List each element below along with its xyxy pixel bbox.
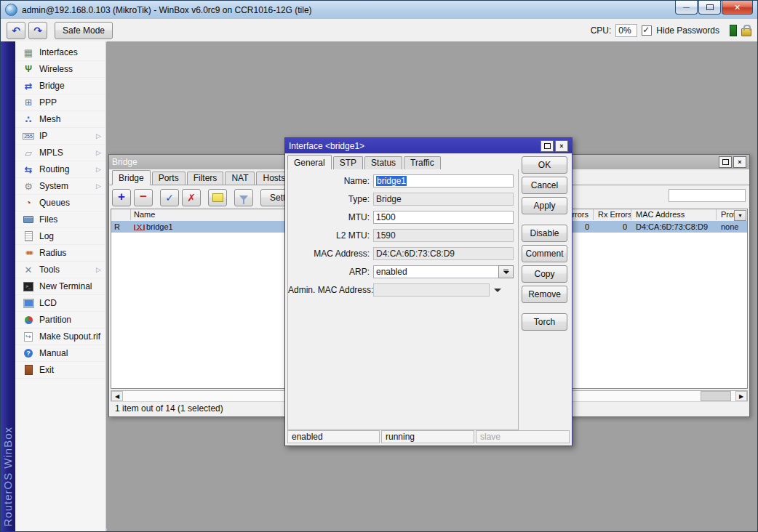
torch-button[interactable]: Torch bbox=[522, 313, 567, 331]
sidebar-item-interfaces[interactable]: Interfaces bbox=[15, 44, 105, 61]
hide-passwords-label: Hide Passwords bbox=[656, 25, 719, 36]
scroll-right-icon[interactable]: ▶ bbox=[735, 391, 747, 401]
sidebar-item-make-supout[interactable]: Make Supout.rif bbox=[15, 329, 105, 345]
tab-ports[interactable]: Ports bbox=[152, 172, 185, 185]
column-header-name[interactable]: Name∕ bbox=[131, 209, 293, 220]
comment-button[interactable]: Comment bbox=[522, 245, 567, 262]
routing-icon bbox=[23, 164, 34, 175]
interface-dialog: Interface <bridge1> × General STP Status… bbox=[284, 137, 573, 446]
filter-button[interactable] bbox=[234, 189, 253, 206]
tab-stp[interactable]: STP bbox=[333, 156, 363, 169]
sidebar-item-files[interactable]: Files bbox=[15, 211, 105, 228]
dialog-titlebar[interactable]: Interface <bridge1> × bbox=[285, 138, 572, 153]
row-flags: R bbox=[111, 221, 131, 233]
sidebar-item-exit[interactable]: Exit bbox=[15, 362, 105, 379]
disable-button[interactable]: Disable bbox=[522, 225, 567, 242]
window-title: admin@192.168.0.103 (MikroTik) - WinBox … bbox=[22, 5, 312, 15]
mac-address-label: MAC Address: bbox=[288, 249, 370, 259]
l2mtu-label: L2 MTU: bbox=[288, 230, 370, 241]
l2mtu-value: 1590 bbox=[373, 229, 514, 242]
sidebar-item-tools[interactable]: Tools▷ bbox=[15, 262, 105, 278]
row-rx-errors: 0 bbox=[595, 221, 631, 233]
type-value: Bridge bbox=[373, 193, 514, 206]
dialog-tabs: General STP Status Traffic bbox=[287, 155, 519, 170]
tab-status[interactable]: Status bbox=[364, 156, 402, 169]
cpu-value: 0% bbox=[615, 24, 637, 37]
remove-button[interactable]: Remove bbox=[522, 286, 567, 303]
type-label: Type: bbox=[288, 194, 370, 204]
dialog-maximize-button[interactable] bbox=[540, 140, 554, 152]
main-titlebar[interactable]: admin@192.168.0.103 (MikroTik) - WinBox … bbox=[1, 1, 757, 19]
sidebar-item-lcd[interactable]: LCD bbox=[15, 295, 105, 312]
copy-button[interactable]: Copy bbox=[522, 265, 567, 283]
sidebar-item-queues[interactable]: Queues bbox=[15, 195, 105, 211]
bridge-maximize-button[interactable] bbox=[719, 156, 732, 168]
submenu-arrow-icon: ▷ bbox=[96, 266, 101, 273]
minimize-button[interactable]: — bbox=[675, 1, 698, 15]
close-button[interactable]: ✕ bbox=[722, 1, 753, 15]
hide-passwords-checkbox[interactable] bbox=[642, 25, 652, 36]
sidebar-item-bridge[interactable]: Bridge bbox=[15, 78, 105, 94]
status-enabled: enabled bbox=[287, 430, 380, 443]
sidebar-item-mesh[interactable]: Mesh bbox=[15, 111, 105, 128]
admin-mac-input[interactable] bbox=[373, 283, 490, 297]
dropdown-button[interactable] bbox=[498, 265, 514, 278]
sidebar-item-partition[interactable]: Partition bbox=[15, 312, 105, 329]
sidebar-item-new-terminal[interactable]: New Terminal bbox=[15, 278, 105, 295]
ok-button[interactable]: OK bbox=[522, 156, 567, 174]
dialog-close-button[interactable]: × bbox=[555, 140, 568, 152]
tab-bridge[interactable]: Bridge bbox=[112, 170, 151, 185]
winbox-main-window: admin@192.168.0.103 (MikroTik) - WinBox … bbox=[0, 0, 758, 532]
scrollbar-thumb[interactable] bbox=[701, 391, 731, 401]
apply-button[interactable]: Apply bbox=[522, 197, 567, 214]
dialog-buttons: OK Cancel Apply Disable Comment Copy Rem… bbox=[522, 156, 567, 334]
note-icon bbox=[212, 193, 223, 202]
column-header-rx-errors[interactable]: Rx Errors bbox=[595, 209, 631, 220]
status-running: running bbox=[381, 430, 474, 443]
sidebar-item-radius[interactable]: Radius bbox=[15, 245, 105, 262]
sidebar-item-ip[interactable]: IP▷ bbox=[15, 128, 105, 145]
maximize-button[interactable] bbox=[698, 1, 721, 15]
admin-mac-label: Admin. MAC Address: bbox=[288, 285, 370, 295]
sidebar-item-routing[interactable]: Routing▷ bbox=[15, 161, 105, 178]
enable-button[interactable]: ✓ bbox=[160, 189, 179, 206]
maximize-icon bbox=[722, 159, 729, 165]
undo-button[interactable]: ↶ bbox=[7, 22, 25, 39]
redo-button[interactable]: ↷ bbox=[28, 22, 47, 39]
main-toolbar: ↶ ↷ Safe Mode CPU: 0% Hide Passwords bbox=[1, 19, 757, 42]
cancel-button[interactable]: Cancel bbox=[522, 177, 567, 194]
sidebar-item-log[interactable]: Log bbox=[15, 228, 105, 245]
system-icon bbox=[23, 181, 34, 192]
chevron-down-icon[interactable] bbox=[494, 289, 501, 292]
bridge-interface-icon bbox=[134, 225, 145, 230]
ppp-icon bbox=[23, 97, 34, 108]
winbox-logo-icon bbox=[5, 4, 17, 16]
sidebar-item-wireless[interactable]: Wireless bbox=[15, 61, 105, 78]
tab-nat[interactable]: NAT bbox=[225, 172, 255, 185]
remove-item-button[interactable]: − bbox=[134, 189, 153, 206]
mtu-input[interactable]: 1500 bbox=[373, 211, 514, 224]
scroll-left-icon[interactable]: ◀ bbox=[111, 391, 123, 401]
arp-label: ARP: bbox=[288, 267, 370, 277]
tab-traffic[interactable]: Traffic bbox=[404, 156, 441, 169]
sidebar-item-mpls[interactable]: MPLS▷ bbox=[15, 145, 105, 161]
add-button[interactable]: + bbox=[112, 189, 131, 206]
name-input[interactable]: bridge1 bbox=[373, 174, 514, 188]
bridge-close-button[interactable]: × bbox=[733, 156, 746, 168]
find-input[interactable] bbox=[669, 189, 746, 202]
disable-item-button[interactable]: ✗ bbox=[182, 189, 201, 206]
cpu-label: CPU: bbox=[591, 25, 612, 36]
safe-mode-button[interactable]: Safe Mode bbox=[55, 22, 113, 39]
mesh-icon bbox=[23, 114, 34, 125]
comment-item-button[interactable] bbox=[208, 189, 227, 206]
sidebar-item-manual[interactable]: Manual bbox=[15, 345, 105, 362]
tab-filters[interactable]: Filters bbox=[187, 172, 224, 185]
sidebar-item-system[interactable]: System▷ bbox=[15, 178, 105, 195]
submenu-arrow-icon: ▷ bbox=[96, 182, 101, 190]
tab-general[interactable]: General bbox=[287, 155, 332, 170]
arp-select[interactable]: enabled bbox=[373, 265, 514, 278]
column-chooser-button[interactable]: ▼ bbox=[734, 210, 746, 221]
column-header-mac-address[interactable]: MAC Address bbox=[633, 209, 717, 220]
column-header-flags[interactable] bbox=[111, 209, 131, 220]
sidebar-item-ppp[interactable]: PPP bbox=[15, 94, 105, 111]
